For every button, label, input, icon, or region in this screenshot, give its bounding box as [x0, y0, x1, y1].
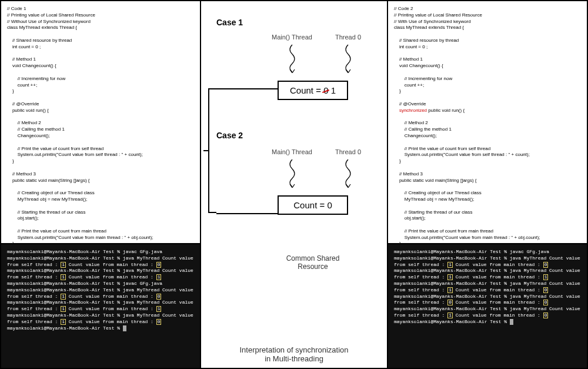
squiggle-icon [342, 158, 354, 188]
main-thread-label-2: Main() Thread [272, 148, 312, 155]
left-column: // Code 1 // Printing value of Local Sha… [1, 1, 200, 368]
footer-caption: Interpretation of synchronization in Mul… [201, 345, 387, 363]
shared-resource-label: Common Shared Resource [278, 254, 348, 271]
count1-old-value: 0 [323, 85, 328, 95]
connector-line [216, 213, 278, 214]
connector-line [216, 88, 278, 89]
squiggle-icon [342, 44, 354, 73]
squiggle-icon [286, 44, 298, 73]
main-thread-label-1: Main() Thread [272, 34, 312, 41]
terminal-pane-2: mayanksolanki@Mayanks-MacBook-Air Test %… [388, 244, 587, 368]
bracket-icon [208, 88, 216, 213]
count-box-2: Count = 0 [278, 195, 348, 215]
count-box-1: Count = 0 1 [278, 81, 348, 100]
case-1-label: Case 1 [216, 18, 243, 27]
squiggle-icon [286, 158, 298, 188]
right-column: // Code 2 // Printing value of Local Sha… [388, 1, 587, 368]
count1-prefix: Count = [290, 85, 323, 95]
code-pane-1: // Code 1 // Printing value of Local Sha… [1, 1, 200, 244]
thread0-label-1: Thread 0 [335, 34, 361, 41]
terminal-pane-1: mayanksolanki@Mayanks-MacBook-Air Test %… [1, 244, 200, 368]
diagram-page: // Code 1 // Printing value of Local Sha… [0, 0, 588, 369]
diagram-column: Case 1 Main() Thread Thread 0 Count = 0 … [200, 1, 388, 368]
case-2-label: Case 2 [216, 131, 243, 140]
bracket-tab-icon [203, 150, 208, 151]
thread0-label-2: Thread 0 [335, 148, 361, 155]
code-pane-2: // Code 2 // Printing value of Local Sha… [388, 1, 587, 244]
